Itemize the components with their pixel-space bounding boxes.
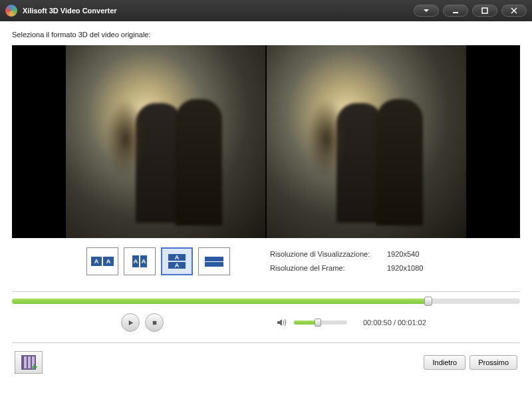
svg-rect-2 <box>152 321 156 325</box>
frame-res-value: 1920x1080 <box>387 261 423 275</box>
window-buttons <box>414 5 527 17</box>
display-res-label: Risoluzione di Visualizzazione: <box>270 247 387 261</box>
resolution-info: Risoluzione di Visualizzazione:1920x540 … <box>270 247 423 275</box>
volume-slider[interactable] <box>294 321 347 325</box>
volume-thumb[interactable] <box>315 319 321 327</box>
display-res-value: 1920x540 <box>387 247 419 261</box>
format-tab-full[interactable]: AA <box>161 247 193 275</box>
seek-bar[interactable] <box>12 299 520 304</box>
stop-button[interactable] <box>145 313 164 332</box>
format-sbs-full[interactable]: AA <box>86 247 118 275</box>
svg-rect-0 <box>453 12 458 13</box>
next-button[interactable]: Prossimo <box>469 355 517 370</box>
divider <box>12 291 520 292</box>
plus-icon: + <box>31 364 39 372</box>
video-preview <box>12 45 520 238</box>
divider <box>12 342 520 343</box>
playback-controls: 00:00:50 / 00:01:02 <box>12 313 520 332</box>
titlebar: Xilisoft 3D Video Converter <box>0 0 532 21</box>
format-selector: AA AA AA <box>86 247 230 275</box>
time-display: 00:00:50 / 00:01:02 <box>363 319 426 327</box>
close-button[interactable] <box>501 5 527 17</box>
preview-left <box>66 45 265 238</box>
frame-res-label: Risoluzione del Frame: <box>270 261 387 275</box>
app-icon <box>5 5 17 17</box>
play-button[interactable] <box>121 313 140 332</box>
seek-fill <box>12 299 428 304</box>
format-tab-half[interactable] <box>198 247 230 275</box>
maximize-button[interactable] <box>472 5 497 17</box>
minimize-button[interactable] <box>443 5 468 17</box>
footer: + Indietro Prossimo <box>12 351 520 374</box>
preview-right <box>267 45 466 238</box>
app-title: Xilisoft 3D Video Converter <box>23 7 414 15</box>
instruction-text: Seleziona il formato 3D del video origin… <box>12 31 520 39</box>
dropdown-button[interactable] <box>414 5 439 17</box>
svg-rect-1 <box>482 8 487 13</box>
format-sbs-half[interactable]: AA <box>124 247 156 275</box>
volume-icon[interactable] <box>277 318 287 327</box>
add-file-button[interactable]: + <box>15 351 43 374</box>
back-button[interactable]: Indietro <box>424 355 466 370</box>
seek-thumb[interactable] <box>424 297 432 306</box>
